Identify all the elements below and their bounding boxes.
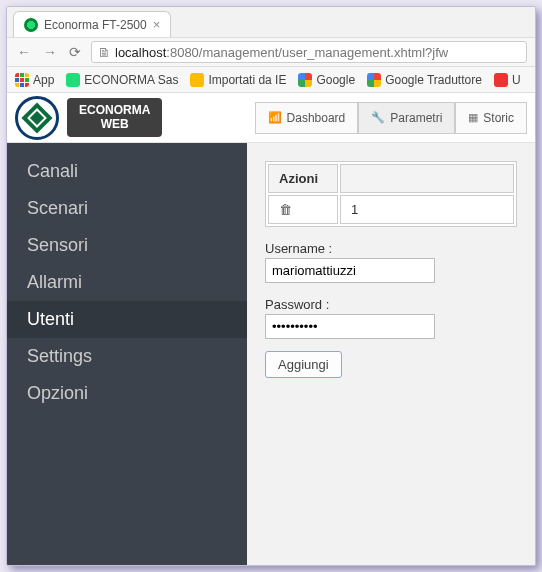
password-label: Password :	[265, 297, 517, 312]
col-actions: Azioni	[268, 164, 338, 193]
reload-icon[interactable]: ⟳	[67, 44, 83, 60]
u-icon	[494, 73, 508, 87]
brand-button[interactable]: ECONORMA WEB	[67, 98, 162, 136]
sidebar: Canali Scenari Sensori Allarmi Utenti Se…	[7, 143, 247, 565]
users-table: Azioni 🗑 1	[265, 161, 517, 227]
bookmark-label: App	[33, 73, 54, 87]
tab-parametri[interactable]: 🔧Parametri	[358, 102, 455, 134]
url-port: :8080	[166, 45, 199, 60]
apps-icon	[15, 73, 29, 87]
app-header: ECONORMA WEB 📶Dashboard 🔧Parametri ▦Stor…	[7, 93, 535, 143]
url-host: localhost	[115, 45, 166, 60]
tab-label: Storic	[483, 111, 514, 125]
bookmark-item[interactable]: Importati da IE	[190, 73, 286, 87]
browser-window: Econorma FT-2500 × ← → ⟳ 🗎 localhost:808…	[6, 6, 536, 566]
tab-storico[interactable]: ▦Storic	[455, 102, 527, 134]
sidebar-item-settings[interactable]: Settings	[7, 338, 247, 375]
username-input[interactable]	[265, 258, 435, 283]
google-icon	[367, 73, 381, 87]
brand-line2: WEB	[79, 118, 150, 131]
password-input[interactable]	[265, 314, 435, 339]
bookmark-label: ECONORMA Sas	[84, 73, 178, 87]
bookmark-label: Google Traduttore	[385, 73, 482, 87]
url-file-icon: 🗎	[98, 45, 111, 60]
calendar-icon: ▦	[468, 111, 478, 124]
google-icon	[298, 73, 312, 87]
sidebar-item-allarmi[interactable]: Allarmi	[7, 264, 247, 301]
forward-icon[interactable]: →	[41, 44, 59, 60]
close-icon[interactable]: ×	[153, 17, 161, 32]
table-header-row: Azioni	[268, 164, 514, 193]
sidebar-item-scenari[interactable]: Scenari	[7, 190, 247, 227]
content-area: Azioni 🗑 1 Username : Password : Aggiung…	[247, 143, 535, 565]
browser-navbar: ← → ⟳ 🗎 localhost:8080/management/user_m…	[7, 37, 535, 67]
bookmark-label: Google	[316, 73, 355, 87]
bookmark-item[interactable]: App	[15, 73, 54, 87]
bookmark-item[interactable]: ECONORMA Sas	[66, 73, 178, 87]
bars-icon: 📶	[268, 111, 282, 124]
cell-actions: 🗑	[268, 195, 338, 224]
app-body: Canali Scenari Sensori Allarmi Utenti Se…	[7, 143, 535, 565]
bookmark-label: U	[512, 73, 521, 87]
tab-favicon	[24, 18, 38, 32]
table-row: 🗑 1	[268, 195, 514, 224]
browser-tab[interactable]: Econorma FT-2500 ×	[13, 11, 171, 37]
sidebar-item-sensori[interactable]: Sensori	[7, 227, 247, 264]
bookmark-label: Importati da IE	[208, 73, 286, 87]
tab-title: Econorma FT-2500	[44, 18, 147, 32]
tab-label: Dashboard	[287, 111, 346, 125]
url-path: /management/user_management.xhtml?jfw	[199, 45, 448, 60]
sidebar-item-utenti[interactable]: Utenti	[7, 301, 247, 338]
sidebar-item-opzioni[interactable]: Opzioni	[7, 375, 247, 412]
browser-tabbar: Econorma FT-2500 ×	[7, 7, 535, 37]
bookmark-item[interactable]: U	[494, 73, 521, 87]
bookmarks-bar: App ECONORMA Sas Importati da IE Google …	[7, 67, 535, 93]
header-tabs: 📶Dashboard 🔧Parametri ▦Storic	[255, 102, 527, 134]
add-button[interactable]: Aggiungi	[265, 351, 342, 378]
wrench-icon: 🔧	[371, 111, 385, 124]
bookmark-item[interactable]: Google Traduttore	[367, 73, 482, 87]
app-logo[interactable]	[15, 96, 59, 140]
trash-icon[interactable]: 🗑	[279, 202, 292, 217]
sidebar-item-canali[interactable]: Canali	[7, 153, 247, 190]
cell-id: 1	[340, 195, 514, 224]
tab-dashboard[interactable]: 📶Dashboard	[255, 102, 359, 134]
back-icon[interactable]: ←	[15, 44, 33, 60]
col-id	[340, 164, 514, 193]
brand-line1: ECONORMA	[79, 104, 150, 117]
folder-icon	[190, 73, 204, 87]
username-label: Username :	[265, 241, 517, 256]
tab-label: Parametri	[390, 111, 442, 125]
econorma-icon	[66, 73, 80, 87]
bookmark-item[interactable]: Google	[298, 73, 355, 87]
address-bar[interactable]: 🗎 localhost:8080/management/user_managem…	[91, 41, 527, 63]
